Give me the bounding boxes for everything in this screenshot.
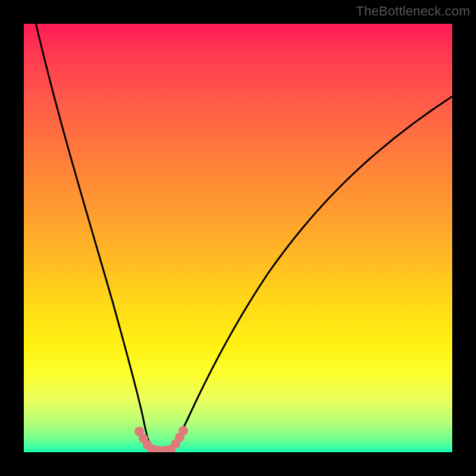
marker-group: [134, 426, 188, 452]
watermark-text: TheBottleneck.com: [356, 4, 470, 19]
right-curve: [171, 96, 452, 450]
chart-frame: TheBottleneck.com: [0, 0, 476, 476]
curves-svg: [24, 24, 452, 452]
marker-dot: [178, 426, 188, 436]
plot-area: [24, 24, 452, 452]
left-curve: [35, 24, 152, 450]
